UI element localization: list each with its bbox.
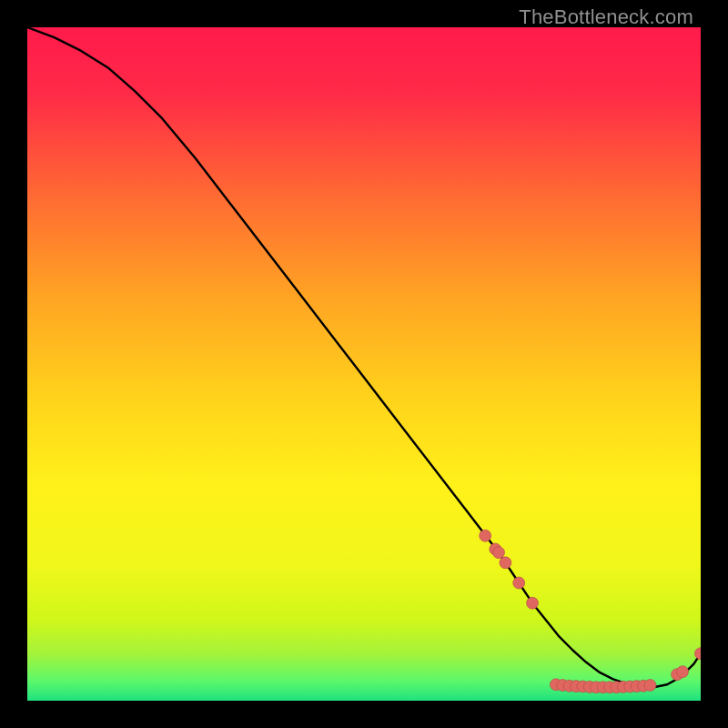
curve-marker — [644, 679, 656, 691]
chart-container: TheBottleneck.com — [0, 0, 728, 728]
watermark-text: TheBottleneck.com — [519, 5, 693, 29]
heat-background — [27, 27, 701, 701]
curve-marker — [513, 577, 525, 589]
curve-marker — [500, 557, 511, 569]
curve-marker — [480, 530, 491, 541]
curve-marker — [493, 547, 505, 559]
curve-marker — [677, 666, 689, 678]
curve-marker — [527, 597, 539, 609]
bottleneck-chart — [27, 27, 701, 701]
